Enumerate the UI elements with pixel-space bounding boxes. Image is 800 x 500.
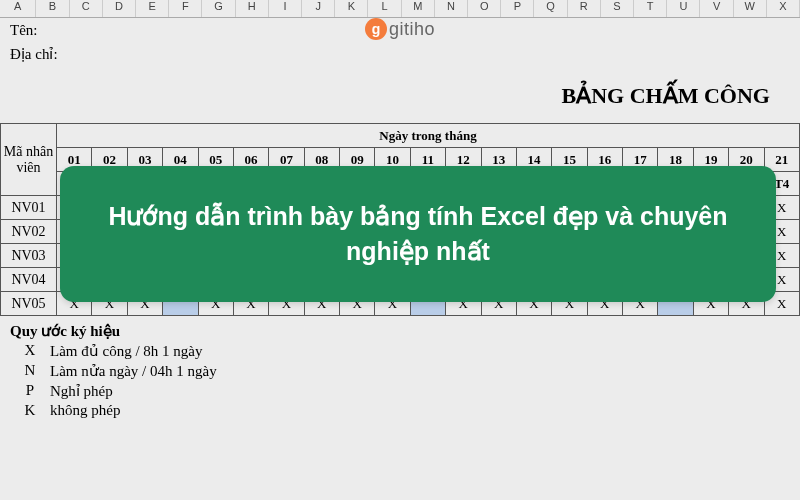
brand-logo: ggitiho [0, 18, 800, 40]
logo-mark: g [365, 18, 387, 40]
field-diachi: Địa chỉ: [0, 41, 800, 65]
column-letter: J [302, 0, 335, 17]
column-letter: A [0, 0, 36, 17]
header-days: Ngày trong tháng [57, 124, 800, 148]
column-letter: X [767, 0, 800, 17]
legend-description: Nghỉ phép [50, 382, 790, 400]
legend-symbol: X [10, 342, 50, 360]
legend-row: NLàm nửa ngày / 04h 1 ngày [10, 362, 790, 380]
column-letter: V [700, 0, 733, 17]
legend-row: PNghỉ phép [10, 382, 790, 400]
column-letter: L [368, 0, 401, 17]
legend-title: Quy ước ký hiệu [10, 322, 790, 340]
column-letter: D [103, 0, 136, 17]
employee-id-cell: NV04 [1, 268, 57, 292]
column-letter: T [634, 0, 667, 17]
legend-description: không phép [50, 402, 790, 419]
legend-symbol: K [10, 402, 50, 419]
logo-text: gitiho [389, 19, 435, 39]
column-letter: C [70, 0, 103, 17]
column-letter: O [468, 0, 501, 17]
overlay-text: Hướng dẫn trình bày bảng tính Excel đẹp … [80, 199, 756, 269]
employee-id-cell: NV02 [1, 220, 57, 244]
column-letter: F [169, 0, 202, 17]
column-header-row: ABCDEFGHIJKLMNOPQRSTUVWX [0, 0, 800, 18]
legend-description: Làm nửa ngày / 04h 1 ngày [50, 362, 790, 380]
column-letter: S [601, 0, 634, 17]
employee-id-cell: NV03 [1, 244, 57, 268]
legend: Quy ước ký hiệu XLàm đủ công / 8h 1 ngày… [0, 316, 800, 425]
column-letter: H [236, 0, 269, 17]
column-letter: K [335, 0, 368, 17]
overlay-banner: Hướng dẫn trình bày bảng tính Excel đẹp … [60, 166, 776, 302]
column-letter: E [136, 0, 169, 17]
column-letter: I [269, 0, 302, 17]
employee-id-cell: NV01 [1, 196, 57, 220]
column-letter: P [501, 0, 534, 17]
legend-description: Làm đủ công / 8h 1 ngày [50, 342, 790, 360]
legend-symbol: P [10, 382, 50, 400]
header-employee: Mã nhân viên [1, 124, 57, 196]
page-title: BẢNG CHẤM CÔNG [0, 65, 800, 123]
legend-symbol: N [10, 362, 50, 380]
column-letter: U [667, 0, 700, 17]
column-letter: M [402, 0, 435, 17]
legend-row: Kkhông phép [10, 402, 790, 419]
column-letter: B [36, 0, 69, 17]
column-letter: W [734, 0, 767, 17]
legend-row: XLàm đủ công / 8h 1 ngày [10, 342, 790, 360]
column-letter: Q [534, 0, 567, 17]
column-letter: G [202, 0, 235, 17]
employee-id-cell: NV05 [1, 292, 57, 316]
column-letter: N [435, 0, 468, 17]
column-letter: R [568, 0, 601, 17]
